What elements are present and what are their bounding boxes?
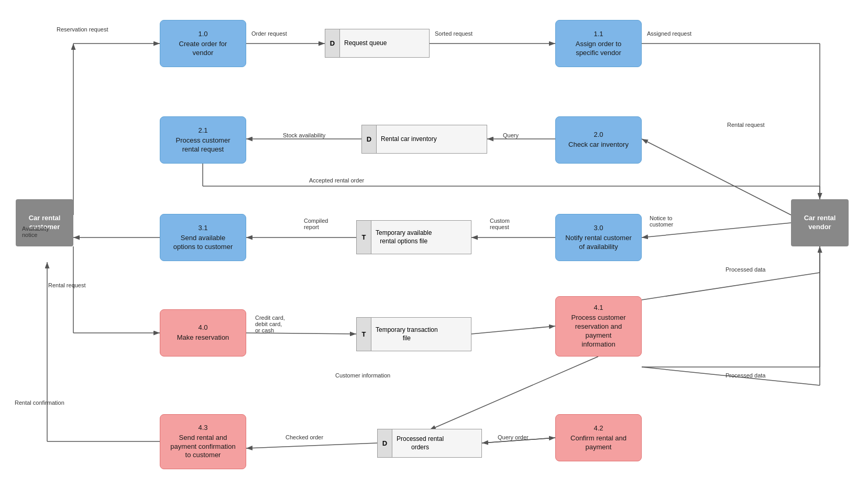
label-query-order: Query order xyxy=(498,434,529,440)
process-3-0-number: 3.0 xyxy=(594,224,603,232)
label-stock-availability: Stock availability xyxy=(283,132,325,138)
label-customer-information: Customer information xyxy=(335,372,390,379)
process-4-0-number: 4.0 xyxy=(198,323,207,331)
process-4-1-number: 4.1 xyxy=(594,304,603,311)
label-checked-order: Checked order xyxy=(285,434,323,440)
process-4-3-label: Send rental andpayment confirmationto cu… xyxy=(170,434,235,460)
ds-temp-trans-letter: T xyxy=(357,318,371,351)
process-3-0-label: Notify rental customerof availability xyxy=(565,234,631,252)
label-rental-confirmation: Rental confirmation xyxy=(15,399,64,406)
label-compiled-report: Compiled report xyxy=(304,218,328,230)
process-3-0[interactable]: 3.0 Notify rental customerof availabilit… xyxy=(555,214,642,261)
process-2-1[interactable]: 2.1 Process customerrental request xyxy=(160,116,246,164)
process-4-0-label: Make reservation xyxy=(177,333,229,342)
ds-temp-avail-label: Temporary available rental options file xyxy=(371,221,436,254)
label-processed-data-top: Processed data xyxy=(726,266,765,273)
ds-rental-car-inventory-letter: D xyxy=(362,125,377,153)
datastore-temp-trans: T Temporary transaction file xyxy=(356,317,471,351)
svg-line-7 xyxy=(642,139,791,215)
process-1-0-label: Create order forvendor xyxy=(179,40,227,58)
svg-line-20 xyxy=(471,326,555,334)
ds-temp-avail-letter: T xyxy=(357,221,371,254)
process-1-0-number: 1.0 xyxy=(198,30,207,38)
process-4-0[interactable]: 4.0 Make reservation xyxy=(160,309,246,357)
process-4-1-label: Process customerreservation andpaymentin… xyxy=(571,314,625,349)
label-assigned-request: Assigned request xyxy=(647,30,691,37)
process-4-2-number: 4.2 xyxy=(594,424,603,432)
label-reservation-request: Reservation request xyxy=(57,26,108,33)
process-2-1-label: Process customerrental request xyxy=(175,136,230,154)
entity-car-rental-vendor: Car rental vendor xyxy=(791,199,849,246)
process-1-0[interactable]: 1.0 Create order forvendor xyxy=(160,20,246,67)
svg-line-30 xyxy=(246,443,377,448)
label-rental-request-customer: Rental request xyxy=(48,282,86,288)
process-3-1-number: 3.1 xyxy=(198,224,207,232)
datastore-request-queue: D Request queue xyxy=(325,29,430,58)
label-availability-notice: Availability notice xyxy=(22,225,49,238)
ds-processed-orders-letter: D xyxy=(378,429,392,457)
label-custom-request: Custom request xyxy=(490,218,510,230)
process-4-3-number: 4.3 xyxy=(198,424,207,431)
process-1-1[interactable]: 1.1 Assign order tospecific vendor xyxy=(555,20,642,67)
process-3-1[interactable]: 3.1 Send availableoptions to customer xyxy=(160,214,246,261)
datastore-temp-avail: T Temporary available rental options fil… xyxy=(356,220,471,254)
process-4-2[interactable]: 4.2 Confirm rental andpayment xyxy=(555,414,642,461)
ds-rental-car-inventory-label: Rental car inventory xyxy=(377,125,441,153)
svg-line-21 xyxy=(642,273,820,300)
ds-request-queue-label: Request queue xyxy=(340,29,391,57)
entity-car-rental-customer: Car rental customer xyxy=(16,199,73,246)
diagram-canvas: Car rental customer Car rental vendor 1.… xyxy=(0,0,868,486)
label-rental-request-vendor: Rental request xyxy=(727,122,765,128)
label-notice-to-customer: Notice to customer xyxy=(650,215,673,228)
process-1-1-number: 1.1 xyxy=(594,30,603,38)
label-credit-card: Credit card, debit card, or cash xyxy=(255,315,285,333)
datastore-processed-orders: D Processed rental orders xyxy=(377,429,482,458)
process-3-1-label: Send availableoptions to customer xyxy=(173,234,233,252)
ds-processed-orders-label: Processed rental orders xyxy=(392,429,448,457)
ds-request-queue-letter: D xyxy=(325,29,340,57)
label-order-request: Order request xyxy=(251,30,287,37)
label-query: Query xyxy=(503,132,519,138)
process-2-1-number: 2.1 xyxy=(198,126,207,134)
process-1-1-label: Assign order tospecific vendor xyxy=(576,40,621,58)
process-2-0-label: Check car inventory xyxy=(568,141,629,149)
label-accepted-rental-order: Accepted rental order xyxy=(309,177,364,183)
process-2-0[interactable]: 2.0 Check car inventory xyxy=(555,116,642,164)
process-4-1[interactable]: 4.1 Process customerreservation andpayme… xyxy=(555,296,642,357)
process-4-2-label: Confirm rental andpayment xyxy=(570,434,627,452)
process-2-0-number: 2.0 xyxy=(594,131,603,138)
ds-temp-trans-label: Temporary transaction file xyxy=(371,318,442,351)
label-sorted-request: Sorted request xyxy=(435,30,473,37)
label-processed-data-bottom: Processed data xyxy=(726,372,765,379)
datastore-rental-car-inventory: D Rental car inventory xyxy=(361,125,487,154)
process-4-3[interactable]: 4.3 Send rental andpayment confirmationt… xyxy=(160,414,246,469)
